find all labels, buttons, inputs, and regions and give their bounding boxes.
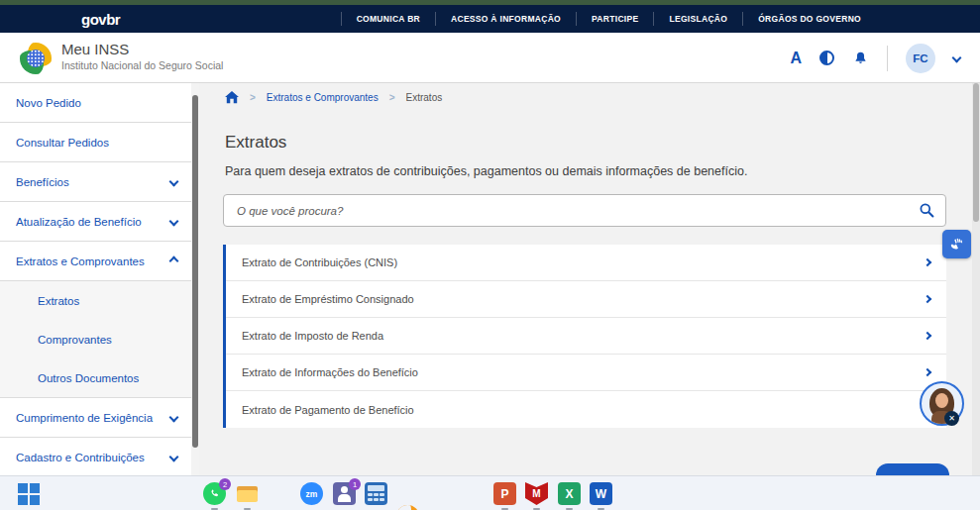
home-icon[interactable] [225,91,239,104]
windows-start-icon[interactable] [17,482,40,505]
search-input[interactable] [223,194,946,227]
contrast-icon[interactable] [819,51,834,65]
vlibras-accessibility-button[interactable] [942,230,971,258]
teams-badge: 1 [349,478,361,490]
chevron-right-icon [924,368,931,376]
extract-list: Extrato de Contribuições (CNIS) Extrato … [223,245,946,428]
govbr-nav: COMUNICA BR ACESSO À INFORMAÇÃO PARTICIP… [341,5,876,33]
crescent-app-icon[interactable] [396,505,419,510]
page-scrollbar[interactable] [972,83,980,475]
whatsapp-badge: 2 [219,478,231,490]
chevron-down-icon [169,453,179,462]
word-icon[interactable]: W [590,482,612,505]
teams-icon[interactable]: 1 [333,482,356,505]
sidebar-item-cumprimento-exigencia[interactable]: Cumprimento de Exigência [0,398,191,438]
sidebar-item-novo-pedido[interactable]: Novo Pedido [0,83,191,123]
header-actions: A FC [790,33,960,83]
excel-icon[interactable]: X [558,482,581,505]
list-item-extrato-emprestimo[interactable]: Extrato de Empréstimo Consignado [226,281,946,318]
service-search [223,194,946,227]
breadcrumb: > Extratos e Comprovantes > Extratos [225,91,442,104]
sidebar-submenu: Extratos Comprovantes Outros Documentos [0,281,191,398]
sidebar-scrollbar[interactable] [191,83,199,475]
chevron-up-icon [169,256,179,266]
list-item-extrato-contribuicoes[interactable]: Extrato de Contribuições (CNIS) [226,245,946,281]
zoom-app-icon[interactable]: zm [300,482,323,505]
header-divider [887,46,888,71]
breadcrumb-separator: > [389,92,395,103]
nav-orgaos-governo[interactable]: ÓRGÃOS DO GOVERNO [742,12,876,26]
chevron-right-icon [924,295,931,303]
font-size-icon[interactable]: A [790,50,802,67]
windows-taskbar: 2 zm 1 [0,475,980,510]
nav-comunica-br[interactable]: COMUNICA BR [341,12,435,26]
chevron-down-icon [169,177,179,187]
search-icon[interactable] [919,202,934,218]
user-avatar[interactable]: FC [906,44,935,73]
nav-legislacao[interactable]: LEGISLAÇÃO [653,12,742,26]
sidebar-item-atualizacao-beneficio[interactable]: Atualização de Benefício [0,202,191,242]
govbr-top-bar: govbr COMUNICA BR ACESSO À INFORMAÇÃO PA… [0,5,980,33]
bell-icon[interactable] [852,50,869,67]
nav-acesso-informacao[interactable]: ACESSO À INFORMAÇÃO [435,12,576,26]
page-description: Para quem deseja extratos de contribuiçõ… [225,164,747,178]
sidebar-menu: Novo Pedido Consultar Pedidos Benefícios… [0,83,191,475]
sidebar-item-extratos-comprovantes[interactable]: Extratos e Comprovantes [0,242,191,281]
sidebar-subitem-outros-documentos[interactable]: Outros Documentos [0,358,191,397]
main-content: > Extratos e Comprovantes > Extratos Ext… [223,83,946,475]
close-icon[interactable]: ✕ [944,411,959,426]
sign-language-hands-icon [948,236,965,253]
list-item-extrato-informacoes-beneficio[interactable]: Extrato de Informações do Benefício [226,355,946,391]
chevron-down-icon [169,413,179,423]
chevron-right-icon [924,332,931,340]
inss-logo-icon[interactable] [20,43,52,74]
app-subtitle: Instituto Nacional do Seguro Social [61,59,223,71]
nav-participe[interactable]: PARTICIPE [576,12,653,26]
sidebar-item-consultar-pedidos[interactable]: Consultar Pedidos [0,123,191,162]
meu-inss-page: govbr COMUNICA BR ACESSO À INFORMAÇÃO PA… [0,0,980,510]
chevron-right-icon [924,258,931,266]
govbr-logo[interactable]: govbr [81,11,120,28]
breadcrumb-current: Extratos [406,92,443,103]
app-title: Meu INSS [61,41,129,57]
app-header: Meu INSS Instituto Nacional do Seguro So… [0,33,980,83]
chevron-down-icon[interactable] [952,53,962,63]
sidebar-scrollbar-thumb[interactable] [192,95,198,448]
powerpoint-icon[interactable]: P [493,482,516,505]
calculator-icon[interactable] [365,482,387,505]
page-scrollbar-thumb[interactable] [973,83,979,222]
chevron-down-icon [169,217,179,227]
list-item-extrato-pagamento-beneficio[interactable]: Extrato de Pagamento de Benefício [226,391,946,428]
sidebar-item-cadastro-contribuicoes[interactable]: Cadastro e Contribuições [0,438,191,475]
page-title: Extratos [225,133,286,153]
sidebar-item-beneficios[interactable]: Benefícios [0,162,191,202]
sidebar-subitem-extratos[interactable]: Extratos [0,281,191,320]
file-explorer-icon[interactable] [236,482,259,505]
whatsapp-icon[interactable]: 2 [203,482,226,505]
list-item-extrato-imposto-renda[interactable]: Extrato de Imposto de Renda [226,318,946,355]
breadcrumb-separator: > [250,92,256,103]
mcafee-icon[interactable]: M [525,482,548,505]
breadcrumb-link-extratos-comprovantes[interactable]: Extratos e Comprovantes [267,92,379,103]
sidebar-subitem-comprovantes[interactable]: Comprovantes [0,320,191,358]
